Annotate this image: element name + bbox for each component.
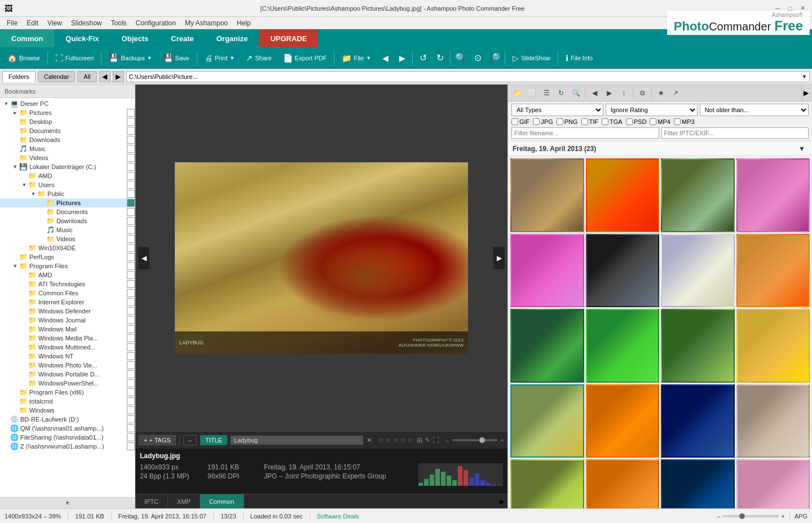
- folder-checkbox[interactable]: [127, 343, 135, 351]
- tab-xmp[interactable]: XMP: [168, 494, 200, 508]
- folder-tree[interactable]: ▼ 💻 Dieser PC ► 📁 Pictures 📁 Desktop 📁 D…: [0, 98, 135, 497]
- tree-common-files[interactable]: 📁 Common Files: [0, 289, 135, 298]
- folder-checkbox[interactable]: [127, 109, 135, 117]
- slideshow-button[interactable]: ▷ SlideShow: [508, 51, 555, 65]
- thumbnail-6[interactable]: [586, 234, 660, 308]
- thumbnail-10[interactable]: [586, 309, 660, 383]
- thumbnail-2[interactable]: [586, 158, 660, 232]
- tree-pictures[interactable]: ► 📁 Pictures: [0, 108, 135, 117]
- tab-organize[interactable]: Organize: [205, 29, 259, 47]
- folder-checkbox[interactable]: [127, 397, 135, 405]
- print-button[interactable]: 🖨 Print ▼: [200, 51, 240, 65]
- tree-pictures-selected[interactable]: 📁 Pictures: [0, 198, 135, 207]
- tree-users[interactable]: ▼ 📁 Users: [0, 180, 135, 189]
- thumbnail-14[interactable]: [586, 384, 660, 458]
- thumbnail-scroll-area[interactable]: [508, 156, 812, 508]
- filter-tga[interactable]: TGA: [602, 118, 623, 125]
- path-dropdown[interactable]: ▼: [802, 74, 807, 79]
- tab-quickfix[interactable]: Quick-Fix: [54, 29, 110, 47]
- folder-checkbox[interactable]: [127, 217, 135, 225]
- tab-common-info[interactable]: Common: [200, 494, 244, 508]
- thumbnail-15[interactable]: [661, 384, 735, 458]
- thumbnail-13[interactable]: [510, 384, 584, 458]
- thumbnail-8[interactable]: [736, 234, 810, 308]
- folder-checkbox[interactable]: [127, 424, 135, 432]
- zoom-fit-button[interactable]: ⊙: [470, 50, 486, 66]
- tab-common[interactable]: Common: [0, 29, 54, 47]
- folder-checkbox[interactable]: [127, 226, 135, 234]
- folder-checkbox[interactable]: [127, 271, 135, 279]
- zoom-minus-icon[interactable]: –: [717, 513, 720, 520]
- folder-checkbox[interactable]: [127, 190, 135, 198]
- browse-nav-left[interactable]: ◀: [99, 71, 111, 82]
- thumbnail-18[interactable]: [586, 459, 660, 508]
- filter-png[interactable]: PNG: [557, 118, 578, 125]
- folder-checkbox[interactable]: [127, 298, 135, 306]
- tree-wm[interactable]: 📁 Windows Mail: [0, 325, 135, 334]
- gif-checkbox[interactable]: [511, 118, 518, 125]
- folder-checkbox[interactable]: [127, 406, 135, 414]
- folder-checkbox[interactable]: [127, 334, 135, 342]
- thumbnail-4[interactable]: [736, 158, 810, 232]
- tab-create[interactable]: Create: [160, 29, 205, 47]
- filter-iptc-input[interactable]: [661, 127, 809, 139]
- thumbnail-16[interactable]: [736, 384, 810, 458]
- psd-checkbox[interactable]: [626, 118, 633, 125]
- tree-perflogs[interactable]: 📁 PerfLogs: [0, 252, 135, 262]
- tab-objects[interactable]: Objects: [111, 29, 160, 47]
- folder-checkbox[interactable]: [127, 289, 135, 297]
- tree-wmm[interactable]: 📁 Windows Multimed...: [0, 343, 135, 352]
- filter-mp4[interactable]: MP4: [650, 118, 670, 125]
- folder-checkbox[interactable]: [127, 280, 135, 288]
- filter-tif[interactable]: TIF: [581, 118, 599, 125]
- rt-btn-star[interactable]: ★: [654, 86, 668, 100]
- minus-button[interactable]: –: [183, 435, 197, 445]
- filter-jpg[interactable]: JPG: [533, 118, 553, 125]
- menu-file[interactable]: File: [2, 18, 22, 28]
- filter-psd[interactable]: PSD: [626, 118, 647, 125]
- folder-checkbox[interactable]: [127, 208, 135, 216]
- rt-btn-next-folder[interactable]: ▶: [602, 86, 616, 100]
- star-1[interactable]: ☆: [378, 436, 384, 444]
- tif-checkbox[interactable]: [581, 118, 588, 125]
- fullsize-icon[interactable]: ⛶: [433, 436, 439, 444]
- thumbnail-7[interactable]: [661, 234, 735, 308]
- mp3-checkbox[interactable]: [674, 118, 681, 125]
- tree-ie[interactable]: 📁 Internet Explorer: [0, 298, 135, 307]
- thumbnail-3[interactable]: [661, 158, 735, 232]
- thumbnail-5[interactable]: [510, 234, 584, 308]
- rt-btn-list[interactable]: ☰: [540, 86, 553, 100]
- filter-mp3[interactable]: MP3: [674, 118, 695, 125]
- path-bar[interactable]: C:\Users\Public\Picture... ▼: [126, 71, 810, 82]
- folder-checkbox[interactable]: [127, 181, 135, 189]
- thumbnail-20[interactable]: [736, 459, 810, 508]
- tree-windows[interactable]: 📁 Windows: [0, 406, 135, 415]
- tree-scroll-down[interactable]: ▼: [0, 497, 135, 508]
- png-checkbox[interactable]: [557, 118, 563, 125]
- thumbnail-12[interactable]: [736, 309, 810, 383]
- tree-amd2[interactable]: 📁 AMD: [0, 271, 135, 280]
- folder-checkbox[interactable]: [127, 127, 135, 135]
- status-zoom-slider[interactable]: [722, 515, 779, 517]
- tree-local-drive[interactable]: ▼ 💾 Lokaler Datenträger (C:): [0, 162, 135, 171]
- tree-qm[interactable]: 🌐 QM (\\ashsrvnas01.ashamp...): [0, 424, 135, 433]
- next-image-button[interactable]: ▶: [493, 247, 505, 269]
- filter-gif[interactable]: GIF: [511, 118, 529, 125]
- save-button[interactable]: 💾 Save: [158, 51, 195, 65]
- menu-help[interactable]: Help: [232, 18, 255, 28]
- fullscreen-button[interactable]: ⛶ Fullscreen: [50, 51, 99, 65]
- thumbnail-17[interactable]: [510, 459, 584, 508]
- folder-checkbox[interactable]: [127, 433, 135, 441]
- rotate-left-button[interactable]: ↺: [415, 50, 431, 66]
- folder-checkbox[interactable]: [127, 325, 135, 333]
- jpg-checkbox[interactable]: [533, 118, 540, 125]
- folder-checkbox[interactable]: [127, 199, 135, 207]
- prev-image-button[interactable]: ◀: [138, 247, 149, 269]
- thumbnail-19[interactable]: [661, 459, 735, 508]
- rt-btn-export[interactable]: ↗: [669, 86, 682, 100]
- zoom-plus-icon[interactable]: +: [781, 513, 784, 520]
- tree-pf86[interactable]: 📁 Program Files (x86): [0, 388, 135, 397]
- tab-upgrade[interactable]: UPGRADE: [259, 29, 318, 47]
- folder-checkbox[interactable]: [127, 370, 135, 378]
- zoom-slider[interactable]: [452, 439, 497, 441]
